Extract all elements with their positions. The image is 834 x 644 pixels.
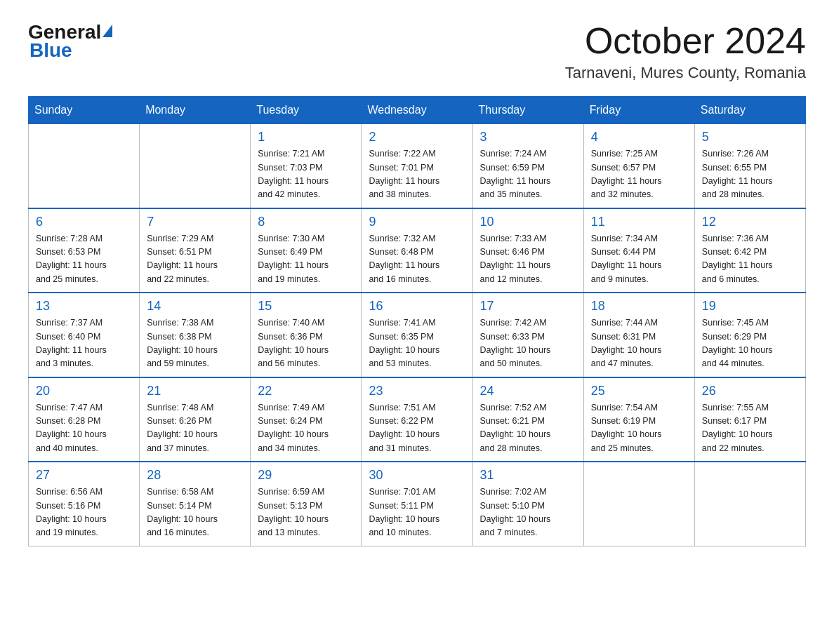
day-number: 24 xyxy=(480,384,576,398)
calendar-cell: 9Sunrise: 7:32 AM Sunset: 6:48 PM Daylig… xyxy=(362,208,472,293)
day-info: Sunrise: 7:28 AM Sunset: 6:53 PM Dayligh… xyxy=(36,232,132,287)
day-number: 26 xyxy=(702,384,798,398)
calendar-table: SundayMondayTuesdayWednesdayThursdayFrid… xyxy=(28,96,806,546)
calendar-cell xyxy=(583,462,694,546)
day-number: 27 xyxy=(36,468,132,483)
day-info: Sunrise: 7:45 AM Sunset: 6:29 PM Dayligh… xyxy=(702,316,798,371)
calendar-cell: 19Sunrise: 7:45 AM Sunset: 6:29 PM Dayli… xyxy=(694,293,805,377)
day-number: 25 xyxy=(591,384,687,398)
day-info: Sunrise: 7:44 AM Sunset: 6:31 PM Dayligh… xyxy=(591,316,687,371)
day-number: 2 xyxy=(369,130,465,145)
month-title: October 2024 xyxy=(565,21,806,61)
day-info: Sunrise: 6:59 AM Sunset: 5:13 PM Dayligh… xyxy=(258,485,354,540)
calendar-cell: 26Sunrise: 7:55 AM Sunset: 6:17 PM Dayli… xyxy=(694,377,805,462)
day-info: Sunrise: 7:02 AM Sunset: 5:10 PM Dayligh… xyxy=(480,485,576,540)
day-number: 17 xyxy=(480,299,576,314)
day-info: Sunrise: 7:30 AM Sunset: 6:49 PM Dayligh… xyxy=(258,232,354,287)
day-info: Sunrise: 7:40 AM Sunset: 6:36 PM Dayligh… xyxy=(258,316,354,371)
day-number: 28 xyxy=(147,468,243,483)
day-info: Sunrise: 7:22 AM Sunset: 7:01 PM Dayligh… xyxy=(369,147,465,202)
calendar-cell: 16Sunrise: 7:41 AM Sunset: 6:35 PM Dayli… xyxy=(362,293,472,377)
day-info: Sunrise: 7:01 AM Sunset: 5:11 PM Dayligh… xyxy=(369,485,465,540)
calendar-cell: 6Sunrise: 7:28 AM Sunset: 6:53 PM Daylig… xyxy=(29,208,140,293)
calendar-cell: 21Sunrise: 7:48 AM Sunset: 6:26 PM Dayli… xyxy=(140,377,251,462)
day-number: 20 xyxy=(36,384,132,398)
calendar-cell: 18Sunrise: 7:44 AM Sunset: 6:31 PM Dayli… xyxy=(583,293,694,377)
day-number: 21 xyxy=(147,384,243,398)
weekday-header-tuesday: Tuesday xyxy=(251,97,362,124)
weekday-header-sunday: Sunday xyxy=(29,97,140,124)
location-title: Tarnaveni, Mures County, Romania xyxy=(565,64,806,82)
calendar-cell: 20Sunrise: 7:47 AM Sunset: 6:28 PM Dayli… xyxy=(29,377,140,462)
day-number: 12 xyxy=(702,215,798,229)
calendar-cell: 10Sunrise: 7:33 AM Sunset: 6:46 PM Dayli… xyxy=(472,208,583,293)
calendar-cell: 15Sunrise: 7:40 AM Sunset: 6:36 PM Dayli… xyxy=(251,293,362,377)
calendar-week-row: 27Sunrise: 6:56 AM Sunset: 5:16 PM Dayli… xyxy=(29,462,806,546)
day-info: Sunrise: 7:32 AM Sunset: 6:48 PM Dayligh… xyxy=(369,232,465,287)
day-number: 16 xyxy=(369,299,465,314)
day-number: 13 xyxy=(36,299,132,314)
weekday-header-row: SundayMondayTuesdayWednesdayThursdayFrid… xyxy=(29,97,806,124)
day-info: Sunrise: 7:51 AM Sunset: 6:22 PM Dayligh… xyxy=(369,401,465,456)
calendar-cell: 8Sunrise: 7:30 AM Sunset: 6:49 PM Daylig… xyxy=(251,208,362,293)
day-info: Sunrise: 7:55 AM Sunset: 6:17 PM Dayligh… xyxy=(702,401,798,456)
calendar-cell: 4Sunrise: 7:25 AM Sunset: 6:57 PM Daylig… xyxy=(583,124,694,208)
header: General Blue October 2024 Tarnaveni, Mur… xyxy=(28,21,806,82)
day-info: Sunrise: 7:21 AM Sunset: 7:03 PM Dayligh… xyxy=(258,147,354,202)
logo: General Blue xyxy=(28,21,112,62)
weekday-header-monday: Monday xyxy=(140,97,251,124)
weekday-header-wednesday: Wednesday xyxy=(362,97,472,124)
calendar-cell: 22Sunrise: 7:49 AM Sunset: 6:24 PM Dayli… xyxy=(251,377,362,462)
day-info: Sunrise: 7:54 AM Sunset: 6:19 PM Dayligh… xyxy=(591,401,687,456)
calendar-week-row: 13Sunrise: 7:37 AM Sunset: 6:40 PM Dayli… xyxy=(29,293,806,377)
day-info: Sunrise: 7:26 AM Sunset: 6:55 PM Dayligh… xyxy=(702,147,798,202)
calendar-cell: 12Sunrise: 7:36 AM Sunset: 6:42 PM Dayli… xyxy=(694,208,805,293)
day-info: Sunrise: 7:37 AM Sunset: 6:40 PM Dayligh… xyxy=(36,316,132,371)
calendar-cell: 17Sunrise: 7:42 AM Sunset: 6:33 PM Dayli… xyxy=(472,293,583,377)
day-number: 3 xyxy=(480,130,576,145)
day-info: Sunrise: 7:41 AM Sunset: 6:35 PM Dayligh… xyxy=(369,316,465,371)
day-info: Sunrise: 7:33 AM Sunset: 6:46 PM Dayligh… xyxy=(480,232,576,287)
calendar-cell: 7Sunrise: 7:29 AM Sunset: 6:51 PM Daylig… xyxy=(140,208,251,293)
calendar-cell: 1Sunrise: 7:21 AM Sunset: 7:03 PM Daylig… xyxy=(251,124,362,208)
calendar-week-row: 6Sunrise: 7:28 AM Sunset: 6:53 PM Daylig… xyxy=(29,208,806,293)
weekday-header-friday: Friday xyxy=(583,97,694,124)
day-info: Sunrise: 7:48 AM Sunset: 6:26 PM Dayligh… xyxy=(147,401,243,456)
calendar-cell: 2Sunrise: 7:22 AM Sunset: 7:01 PM Daylig… xyxy=(362,124,472,208)
day-info: Sunrise: 7:38 AM Sunset: 6:38 PM Dayligh… xyxy=(147,316,243,371)
day-number: 4 xyxy=(591,130,687,145)
title-area: October 2024 Tarnaveni, Mures County, Ro… xyxy=(565,21,806,82)
day-number: 6 xyxy=(36,215,132,229)
day-number: 10 xyxy=(480,215,576,229)
day-number: 7 xyxy=(147,215,243,229)
calendar-cell xyxy=(694,462,805,546)
calendar-cell: 31Sunrise: 7:02 AM Sunset: 5:10 PM Dayli… xyxy=(472,462,583,546)
calendar-cell: 23Sunrise: 7:51 AM Sunset: 6:22 PM Dayli… xyxy=(362,377,472,462)
calendar-week-row: 20Sunrise: 7:47 AM Sunset: 6:28 PM Dayli… xyxy=(29,377,806,462)
day-number: 11 xyxy=(591,215,687,229)
calendar-cell: 25Sunrise: 7:54 AM Sunset: 6:19 PM Dayli… xyxy=(583,377,694,462)
calendar-cell xyxy=(29,124,140,208)
weekday-header-thursday: Thursday xyxy=(472,97,583,124)
day-number: 18 xyxy=(591,299,687,314)
day-info: Sunrise: 7:25 AM Sunset: 6:57 PM Dayligh… xyxy=(591,147,687,202)
day-info: Sunrise: 7:47 AM Sunset: 6:28 PM Dayligh… xyxy=(36,401,132,456)
logo-blue-text: Blue xyxy=(29,39,72,62)
calendar-cell: 30Sunrise: 7:01 AM Sunset: 5:11 PM Dayli… xyxy=(362,462,472,546)
day-number: 15 xyxy=(258,299,354,314)
calendar-cell: 14Sunrise: 7:38 AM Sunset: 6:38 PM Dayli… xyxy=(140,293,251,377)
calendar-cell: 29Sunrise: 6:59 AM Sunset: 5:13 PM Dayli… xyxy=(251,462,362,546)
calendar-cell: 11Sunrise: 7:34 AM Sunset: 6:44 PM Dayli… xyxy=(583,208,694,293)
day-info: Sunrise: 7:24 AM Sunset: 6:59 PM Dayligh… xyxy=(480,147,576,202)
day-info: Sunrise: 7:34 AM Sunset: 6:44 PM Dayligh… xyxy=(591,232,687,287)
calendar-cell: 13Sunrise: 7:37 AM Sunset: 6:40 PM Dayli… xyxy=(29,293,140,377)
day-number: 8 xyxy=(258,215,354,229)
day-number: 22 xyxy=(258,384,354,398)
day-info: Sunrise: 7:42 AM Sunset: 6:33 PM Dayligh… xyxy=(480,316,576,371)
day-info: Sunrise: 6:58 AM Sunset: 5:14 PM Dayligh… xyxy=(147,485,243,540)
calendar-cell xyxy=(140,124,251,208)
day-number: 14 xyxy=(147,299,243,314)
day-info: Sunrise: 6:56 AM Sunset: 5:16 PM Dayligh… xyxy=(36,485,132,540)
day-info: Sunrise: 7:52 AM Sunset: 6:21 PM Dayligh… xyxy=(480,401,576,456)
day-info: Sunrise: 7:49 AM Sunset: 6:24 PM Dayligh… xyxy=(258,401,354,456)
